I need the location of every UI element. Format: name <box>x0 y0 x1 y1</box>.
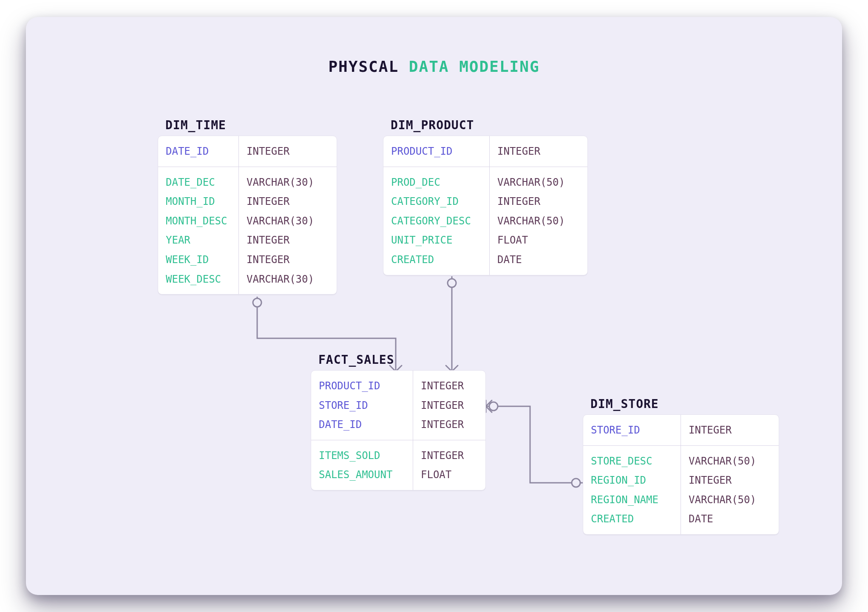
entity-dim-time: DIM_TIME DATE_ID INTEGER DATE_DEC MONTH_… <box>158 118 337 295</box>
diagram-title: PHYSCAL DATA MODELING <box>26 58 842 75</box>
svg-point-3 <box>572 479 580 487</box>
col-field: MONTH_DESC <box>166 212 231 231</box>
col-field: ITEMS_SOLD <box>319 446 405 466</box>
col-field: REGION_NAME <box>591 490 673 510</box>
entity-box: DATE_ID INTEGER DATE_DEC MONTH_ID MONTH_… <box>158 136 337 295</box>
col-type: VARCHAR(50) <box>689 490 771 510</box>
col-type: FLOAT <box>497 231 580 250</box>
fk-type: INTEGER <box>421 396 478 416</box>
svg-point-2 <box>489 402 498 411</box>
svg-point-1 <box>448 279 456 287</box>
col-field: CREATED <box>391 250 482 270</box>
entity-dim-store: DIM_STORE STORE_ID INTEGER STORE_DESC RE… <box>583 397 779 535</box>
col-type: INTEGER <box>247 192 329 212</box>
col-type: INTEGER <box>247 231 329 250</box>
col-type: DATE <box>497 250 580 270</box>
pk-type: INTEGER <box>689 421 771 440</box>
entity-box: STORE_ID INTEGER STORE_DESC REGION_ID RE… <box>583 414 779 535</box>
col-type: VARCHAR(50) <box>689 452 771 471</box>
entity-name: DIM_STORE <box>590 397 779 411</box>
col-type: INTEGER <box>689 471 771 490</box>
col-field: YEAR <box>166 231 231 250</box>
pk-field: STORE_ID <box>591 421 673 440</box>
entity-name: FACT_SALES <box>318 353 486 367</box>
col-field: CATEGORY_DESC <box>391 212 482 231</box>
col-type: VARCHAR(30) <box>247 173 329 193</box>
entity-name: DIM_TIME <box>165 118 337 132</box>
pk-type: INTEGER <box>497 142 580 162</box>
col-type: VARCHAR(50) <box>497 212 580 231</box>
title-part2: DATA MODELING <box>409 58 540 75</box>
col-field: WEEK_DESC <box>166 270 231 289</box>
columns-section: STORE_DESC REGION_ID REGION_NAME CREATED… <box>583 445 779 534</box>
col-field: MONTH_ID <box>166 192 231 212</box>
pk-type: INTEGER <box>247 142 329 162</box>
fk-field: PRODUCT_ID <box>319 377 405 396</box>
pk-field: PRODUCT_ID <box>391 142 482 162</box>
fk-field: STORE_ID <box>319 396 405 416</box>
fk-field: DATE_ID <box>319 415 405 435</box>
col-type: DATE <box>689 510 771 529</box>
entity-box: PRODUCT_ID INTEGER PROD_DEC CATEGORY_ID … <box>383 136 588 275</box>
pk-section: PRODUCT_ID INTEGER <box>383 136 587 167</box>
columns-section: DATE_DEC MONTH_ID MONTH_DESC YEAR WEEK_I… <box>158 167 337 295</box>
col-field: REGION_ID <box>591 471 673 490</box>
col-field: WEEK_ID <box>166 250 231 270</box>
svg-point-0 <box>253 298 261 307</box>
fk-type: INTEGER <box>421 377 478 396</box>
entity-dim-product: DIM_PRODUCT PRODUCT_ID INTEGER PROD_DEC … <box>383 118 588 275</box>
fk-type: INTEGER <box>421 415 478 435</box>
col-type: INTEGER <box>421 446 478 466</box>
col-type: VARCHAR(30) <box>247 212 329 231</box>
columns-section: ITEMS_SOLD SALES_AMOUNT INTEGER FLOAT <box>311 440 485 490</box>
col-field: CATEGORY_ID <box>391 192 482 212</box>
col-field: DATE_DEC <box>166 173 231 193</box>
col-type: VARCHAR(30) <box>247 270 329 289</box>
col-field: STORE_DESC <box>591 452 673 471</box>
fk-section: PRODUCT_ID STORE_ID DATE_ID INTEGER INTE… <box>311 371 485 440</box>
col-field: SALES_AMOUNT <box>319 465 405 485</box>
col-type: INTEGER <box>247 250 329 270</box>
title-part1: PHYSCAL <box>328 58 399 75</box>
pk-section: DATE_ID INTEGER <box>158 136 337 167</box>
col-field: CREATED <box>591 510 673 529</box>
col-field: UNIT_PRICE <box>391 231 482 250</box>
col-type: INTEGER <box>497 192 580 212</box>
pk-field: DATE_ID <box>166 142 231 162</box>
entity-box: PRODUCT_ID STORE_ID DATE_ID INTEGER INTE… <box>311 370 486 490</box>
col-type: FLOAT <box>421 465 478 485</box>
col-type: VARCHAR(50) <box>497 173 580 193</box>
entity-fact-sales: FACT_SALES PRODUCT_ID STORE_ID DATE_ID I… <box>311 353 486 490</box>
entity-name: DIM_PRODUCT <box>391 118 588 132</box>
diagram-canvas: PHYSCAL DATA MODELING DIM_TIME DATE_ID I… <box>26 17 842 595</box>
columns-section: PROD_DEC CATEGORY_ID CATEGORY_DESC UNIT_… <box>383 167 587 275</box>
pk-section: STORE_ID INTEGER <box>583 415 779 445</box>
col-field: PROD_DEC <box>391 173 482 193</box>
